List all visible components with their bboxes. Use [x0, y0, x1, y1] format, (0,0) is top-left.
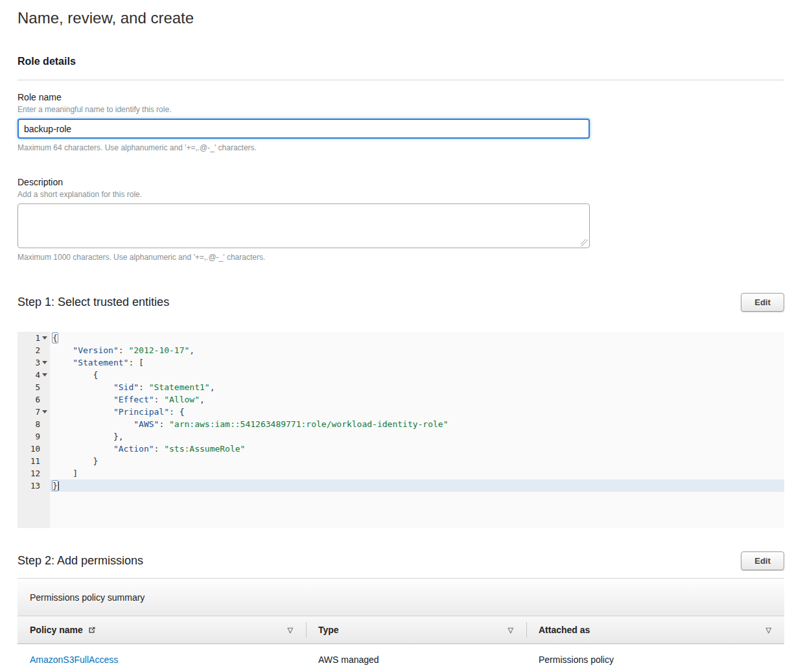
- line-number: 5: [35, 381, 40, 393]
- attached-as-filter-icon[interactable]: ▽: [766, 627, 771, 634]
- policy-name-header-label: Policy name: [30, 625, 83, 635]
- line-number: 1: [35, 332, 40, 344]
- editor-line: 10 "Action": "sts:AssumeRole": [18, 443, 784, 455]
- line-number: 9: [35, 430, 40, 443]
- line-number: 4: [35, 369, 40, 381]
- role-details-heading: Role details: [18, 56, 784, 67]
- fold-arrow-icon[interactable]: [42, 361, 47, 364]
- permissions-panel: Permissions policy summary Policy name ▽…: [18, 578, 784, 672]
- editor-line: 2 "Version": "2012-10-17",: [18, 344, 784, 356]
- column-header-policy-name[interactable]: Policy name ▽: [18, 616, 306, 643]
- column-header-attached-as[interactable]: Attached as ▽: [526, 616, 784, 643]
- page-title: Name, review, and create: [18, 9, 784, 27]
- editor-line: 3 "Statement": [: [18, 356, 784, 369]
- step2-edit-button[interactable]: Edit: [741, 551, 784, 570]
- editor-line: 13}: [18, 480, 784, 492]
- role-details-divider: [18, 80, 784, 80]
- fold-arrow-icon[interactable]: [42, 373, 47, 377]
- line-number: 10: [30, 443, 40, 455]
- editor-lines: 1{2 "Version": "2012-10-17",3 "Statement…: [18, 332, 784, 492]
- editor-line: 6 "Effect": "Allow",: [18, 393, 784, 406]
- line-number: 7: [35, 406, 40, 418]
- description-textarea[interactable]: [18, 203, 590, 248]
- editor-line: 5 "Sid": "Statement1",: [18, 381, 784, 393]
- policy-name-link[interactable]: AmazonS3FullAccess: [30, 655, 118, 665]
- policy-name-filter-icon[interactable]: ▽: [288, 627, 293, 634]
- line-number: 11: [30, 455, 40, 467]
- description-label: Description: [18, 177, 784, 187]
- type-filter-icon[interactable]: ▽: [508, 627, 513, 634]
- attached-as-cell: Permissions policy: [526, 655, 784, 665]
- permissions-table-header: Policy name ▽ Type ▽ Attached as ▽: [18, 616, 784, 644]
- role-name-input[interactable]: [18, 119, 590, 139]
- line-number: 12: [30, 467, 40, 480]
- editor-line: 4 {: [18, 369, 784, 381]
- line-number: 2: [35, 344, 40, 356]
- permissions-panel-title: Permissions policy summary: [30, 592, 145, 603]
- textarea-resize-handle[interactable]: [581, 239, 588, 246]
- editor-line: 11 }: [18, 455, 784, 467]
- table-row: AmazonS3FullAccess AWS managed Permissio…: [18, 644, 784, 672]
- line-number: 13: [30, 480, 40, 492]
- line-number: 8: [35, 418, 40, 430]
- role-name-label: Role name: [18, 92, 784, 102]
- trust-policy-code-editor[interactable]: 1{2 "Version": "2012-10-17",3 "Statement…: [18, 332, 784, 528]
- editor-line: 9 },: [18, 430, 784, 443]
- column-header-type[interactable]: Type ▽: [306, 616, 526, 643]
- fold-arrow-icon[interactable]: [42, 336, 47, 340]
- text-cursor: [58, 481, 59, 491]
- editor-line: 8 "AWS": "arn:aws:iam::541263489771:role…: [18, 418, 784, 430]
- step1-heading: Step 1: Select trusted entities: [18, 295, 169, 309]
- external-link-icon: [88, 626, 96, 634]
- attached-as-header-label: Attached as: [539, 625, 590, 635]
- role-name-help: Enter a meaningful name to identify this…: [18, 105, 784, 114]
- editor-line: 7 "Principal": {: [18, 406, 784, 418]
- policy-type-cell: AWS managed: [306, 655, 526, 665]
- description-help: Add a short explanation for this role.: [18, 190, 784, 199]
- line-number: 6: [35, 393, 40, 406]
- editor-line: 12 ]: [18, 467, 784, 480]
- page-content: Name, review, and create Role details Ro…: [0, 9, 805, 672]
- type-header-label: Type: [318, 625, 339, 635]
- step2-heading: Step 2: Add permissions: [18, 554, 143, 568]
- step1-edit-button[interactable]: Edit: [741, 293, 784, 312]
- role-name-constraint: Maximum 64 characters. Use alphanumeric …: [18, 143, 784, 152]
- fold-arrow-icon[interactable]: [42, 410, 47, 413]
- description-constraint: Maximum 1000 characters. Use alphanumeri…: [18, 253, 784, 262]
- line-number: 3: [35, 356, 40, 369]
- permissions-panel-header: Permissions policy summary: [18, 579, 784, 616]
- editor-line: 1{: [18, 332, 784, 344]
